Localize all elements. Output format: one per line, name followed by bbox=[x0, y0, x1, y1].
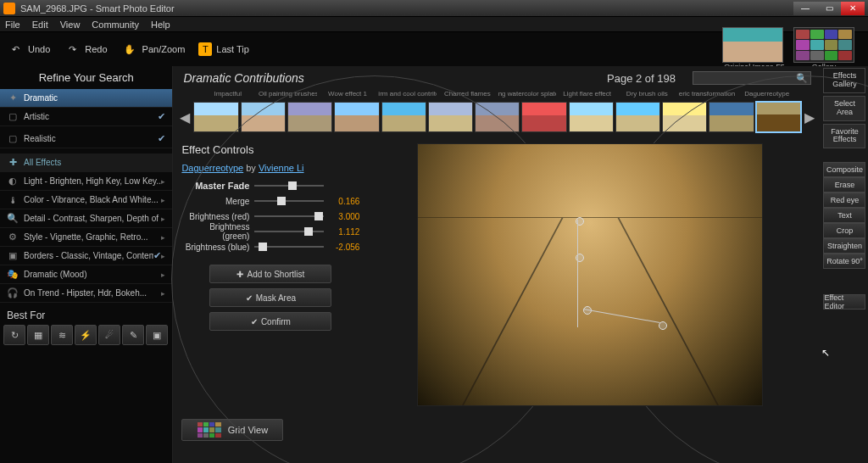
bestfor-button[interactable]: ▦ bbox=[27, 325, 49, 345]
chevron-right-icon: ▸ bbox=[161, 233, 165, 242]
menu-edit[interactable]: Edit bbox=[32, 20, 48, 30]
tag-realistic[interactable]: ▢Realistic✔ bbox=[0, 130, 172, 148]
gallery-thumb[interactable] bbox=[793, 27, 854, 63]
master-fade-slider[interactable] bbox=[254, 185, 324, 187]
grid-view-button[interactable]: Grid View bbox=[181, 419, 283, 441]
right-tool-button[interactable]: Rotate 90° bbox=[823, 254, 865, 269]
menu-view[interactable]: View bbox=[60, 20, 81, 30]
effect-thumb[interactable] bbox=[521, 102, 566, 132]
plus-icon: ✚ bbox=[7, 157, 19, 168]
mood-row[interactable]: 🎧On Trend - Hipster, Hdr, Bokeh...▸ bbox=[0, 284, 172, 303]
lasttip-button[interactable]: TLast Tip bbox=[198, 42, 249, 56]
effect-thumb[interactable] bbox=[615, 102, 660, 132]
slider-label: Brightness (red) bbox=[181, 212, 254, 221]
undo-button[interactable]: ↶Undo bbox=[7, 42, 50, 57]
right-tool-button[interactable]: Text bbox=[823, 208, 865, 223]
effect-thumb[interactable] bbox=[334, 102, 379, 132]
slider-thumb[interactable] bbox=[259, 243, 267, 251]
slider-thumb[interactable] bbox=[288, 181, 297, 190]
thumb-label: Light flare effect bbox=[558, 90, 616, 98]
check-icon: ✔ bbox=[158, 111, 165, 122]
bestfor-button[interactable]: ✎ bbox=[122, 325, 144, 345]
confirm-button[interactable]: ✔Confirm bbox=[209, 312, 331, 331]
lasttip-label: Last Tip bbox=[216, 44, 249, 54]
slider-label: Brightness (green) bbox=[181, 222, 254, 241]
contributions-title: Dramatic Contributions bbox=[183, 71, 303, 85]
cat-icon: ◐ bbox=[7, 176, 19, 187]
tag-dramatic[interactable]: ✦Dramatic bbox=[0, 89, 172, 108]
effect-name-link[interactable]: Daguerreotype bbox=[181, 163, 243, 173]
category-row[interactable]: 🔍Detail - Contrast, Sharpen, Depth of Fi… bbox=[0, 209, 172, 228]
search-input[interactable]: 🔍 bbox=[693, 71, 811, 85]
original-image-thumb[interactable] bbox=[722, 27, 783, 63]
slider-track[interactable] bbox=[254, 246, 324, 248]
tab-favorite-effects[interactable]: Favorite Effects bbox=[823, 124, 865, 149]
slider-thumb[interactable] bbox=[304, 227, 313, 236]
category-row[interactable]: 🌡Color - Vibrance, Black And White...▸ bbox=[0, 191, 172, 209]
effect-thumb[interactable] bbox=[756, 102, 801, 132]
slider-track[interactable] bbox=[254, 231, 324, 232]
effect-thumb[interactable] bbox=[662, 102, 707, 132]
prev-arrow[interactable]: ◀ bbox=[176, 100, 193, 134]
right-tool-button[interactable]: Erase bbox=[823, 177, 865, 192]
mood-icon: 🎭 bbox=[7, 269, 19, 280]
bestfor-button[interactable]: ≋ bbox=[51, 325, 73, 345]
next-arrow[interactable]: ▶ bbox=[801, 100, 818, 134]
effect-thumb[interactable] bbox=[241, 102, 286, 132]
effect-thumb[interactable] bbox=[428, 102, 473, 132]
search-icon: 🔍 bbox=[796, 73, 808, 84]
effect-link: Daguerreotype by Vivienne Li bbox=[181, 163, 359, 173]
close-button[interactable]: ✕ bbox=[841, 2, 865, 15]
slider-thumb[interactable] bbox=[277, 197, 286, 205]
bestfor-button[interactable]: ▣ bbox=[146, 325, 168, 345]
master-fade-label: Master Fade bbox=[181, 181, 254, 191]
bestfor-button[interactable]: ↻ bbox=[3, 325, 25, 345]
right-tool-button[interactable]: Red eye bbox=[823, 192, 865, 208]
effect-thumb[interactable] bbox=[287, 102, 332, 132]
mask-area-button[interactable]: ✔Mask Area bbox=[209, 288, 331, 307]
slider-thumb[interactable] bbox=[314, 212, 323, 220]
tab-select-area[interactable]: Select Area bbox=[823, 96, 865, 121]
effect-thumb[interactable] bbox=[193, 102, 238, 132]
effect-author-link[interactable]: Vivienne Li bbox=[259, 163, 304, 173]
effect-thumb[interactable] bbox=[709, 102, 754, 132]
bestfor-button[interactable]: ⚡ bbox=[75, 325, 97, 345]
preview-image[interactable] bbox=[417, 143, 763, 406]
menu-file[interactable]: File bbox=[5, 20, 20, 30]
tip-icon: T bbox=[198, 42, 212, 56]
minimize-button[interactable]: — bbox=[793, 2, 817, 15]
redo-button[interactable]: ↷Redo bbox=[64, 42, 107, 57]
category-row[interactable]: ◐Light - Brighten, High Key, Low Key...▸ bbox=[0, 172, 172, 191]
category-row[interactable]: ⚙Style - Vignette, Graphic, Retro...▸ bbox=[0, 228, 172, 247]
thumb-label: Daguerreotype bbox=[737, 90, 796, 98]
cat-icon: ⚙ bbox=[7, 232, 19, 243]
category-row[interactable]: ▣Borders - Classic, Vintage, Contemporar… bbox=[0, 247, 172, 265]
right-tool-button[interactable]: Straighten bbox=[823, 238, 865, 254]
menu-community[interactable]: Community bbox=[92, 20, 139, 30]
right-tool-button[interactable]: Composite bbox=[823, 162, 865, 177]
menu-help[interactable]: Help bbox=[151, 20, 170, 30]
mood-row[interactable]: 🎭Dramatic (Mood)▸ bbox=[0, 265, 172, 284]
slider-track[interactable] bbox=[254, 215, 324, 217]
thumb-label: Dry brush oils bbox=[618, 90, 676, 98]
effect-thumb[interactable] bbox=[569, 102, 614, 132]
effect-thumb[interactable] bbox=[381, 102, 426, 132]
tab-effects-gallery[interactable]: Effects Gallery bbox=[823, 68, 865, 93]
thumb-label: Impactful bbox=[198, 90, 257, 98]
thumb-label: irm and cool contriterranean sunset c bbox=[378, 90, 437, 98]
slider-track[interactable] bbox=[254, 200, 324, 202]
frame-icon: ▢ bbox=[7, 111, 19, 122]
slider-value: 0.166 bbox=[324, 197, 359, 206]
cursor-icon: ↖ bbox=[821, 347, 830, 359]
maximize-button[interactable]: ▭ bbox=[817, 2, 841, 15]
frame-icon: ▢ bbox=[7, 133, 19, 144]
panzoom-button[interactable]: ✋Pan/Zoom bbox=[121, 42, 186, 57]
add-shortlist-button[interactable]: ✚Add to Shortlist bbox=[209, 265, 331, 283]
all-effects-header[interactable]: ✚All Effects bbox=[0, 153, 172, 172]
bestfor-button[interactable]: ☄ bbox=[98, 325, 120, 345]
right-tool-button[interactable]: Crop bbox=[823, 223, 865, 238]
effect-thumb[interactable] bbox=[475, 102, 520, 132]
effect-editor-button[interactable]: Effect Editor bbox=[823, 294, 865, 310]
tag-artistic[interactable]: ▢Artistic✔ bbox=[0, 108, 172, 126]
chevron-right-icon: ▸ bbox=[161, 215, 165, 223]
